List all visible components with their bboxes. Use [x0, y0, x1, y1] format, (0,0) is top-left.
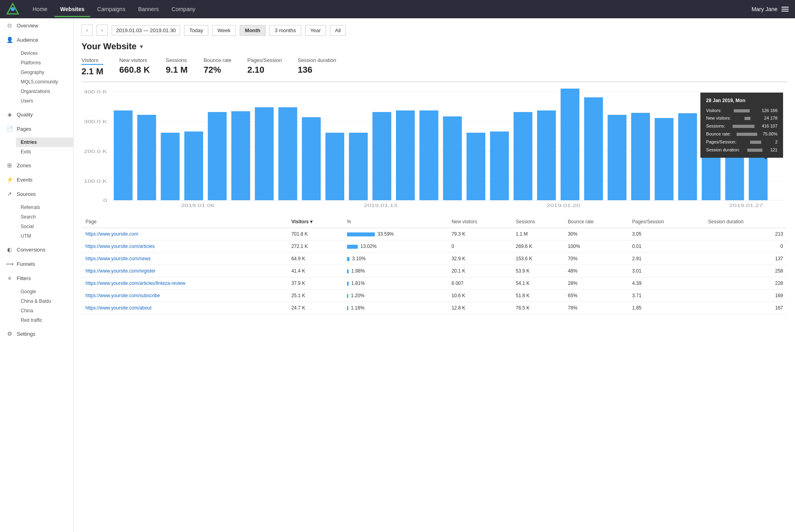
- metric-new-visitors-label: New visitors: [119, 57, 150, 63]
- svg-text:2019.01.20: 2019.01.20: [547, 203, 580, 208]
- metric-session-duration[interactable]: Session duration 136: [298, 57, 336, 77]
- sidebar-sub-search[interactable]: Search: [16, 212, 73, 222]
- sidebar-item-quality[interactable]: ◈ Quality: [0, 107, 73, 122]
- sidebar-sub-google[interactable]: Google: [16, 287, 73, 296]
- table-row[interactable]: https://www.yoursite.com/articles 272.1 …: [81, 240, 787, 253]
- metric-session-duration-label: Session duration: [298, 57, 336, 63]
- sidebar-sub-social[interactable]: Social: [16, 222, 73, 231]
- cell-pct: 1.18%: [343, 302, 448, 314]
- period-year-button[interactable]: Year: [305, 25, 326, 36]
- metric-new-visitors[interactable]: New visitors 660.8 K: [119, 57, 150, 77]
- tooltip-pages-label: Pages/Session:: [706, 138, 736, 146]
- sidebar-item-conversions[interactable]: ◐ Conversions: [0, 242, 73, 257]
- prev-date-button[interactable]: ‹: [81, 25, 93, 36]
- tooltip-row-duration: Session duration: 121: [706, 146, 778, 154]
- cell-sessions: 1.1 M: [512, 228, 564, 240]
- nav-campaigns[interactable]: Campaigns: [92, 1, 131, 17]
- sidebar-sub-utm[interactable]: UTM: [16, 231, 73, 241]
- metric-pages-session[interactable]: Pages/Session 2.10: [247, 57, 282, 77]
- user-area: Mary Jane: [752, 6, 789, 12]
- chart-tooltip: 28 Jan 2019, Mon Visitors: 126 166 New v…: [700, 93, 783, 158]
- table-row[interactable]: https://www.yoursite.com/articles/fintez…: [81, 277, 787, 290]
- sidebar-sub-geography[interactable]: Geography: [16, 68, 73, 77]
- sidebar-sub-entries[interactable]: Entries: [16, 137, 73, 147]
- col-bounce[interactable]: Bounce rate: [564, 216, 628, 228]
- svg-text:400.0 K: 400.0 K: [84, 90, 107, 95]
- svg-rect-26: [443, 116, 461, 200]
- col-pages-session[interactable]: Pages/Session: [628, 216, 704, 228]
- sidebar-sub-devices[interactable]: Devices: [16, 48, 73, 58]
- sidebar-item-pages[interactable]: 📄 Pages: [0, 122, 73, 136]
- table-row[interactable]: https://www.yoursite.com/subscribe 25.1 …: [81, 290, 787, 302]
- sidebar-label-audience: Audience: [17, 37, 38, 43]
- col-pct[interactable]: %: [343, 216, 448, 228]
- svg-rect-27: [467, 133, 485, 200]
- col-visitors[interactable]: Visitors ▾: [287, 216, 343, 228]
- sidebar-label-overview: Overview: [17, 23, 38, 29]
- svg-rect-34: [631, 113, 650, 200]
- cell-sessions: 76.5 K: [512, 302, 564, 314]
- period-all-button[interactable]: All: [330, 25, 346, 36]
- sidebar-item-settings[interactable]: ⚙ Settings: [0, 327, 73, 341]
- cell-pages-session: 1.85: [628, 302, 704, 314]
- funnels-icon: ⟿: [6, 261, 13, 267]
- sidebar-sub-china[interactable]: China: [16, 306, 73, 315]
- sidebar-item-zones[interactable]: ⊞ Zones: [0, 158, 73, 172]
- table-row[interactable]: https://www.yoursite.com/news 64.9 K 3.1…: [81, 253, 787, 265]
- tooltip-new-visitors-label: New visitors:: [706, 114, 731, 122]
- website-title[interactable]: Your Website ▾: [81, 41, 787, 52]
- col-sessions[interactable]: Sessions: [512, 216, 564, 228]
- metric-visitors[interactable]: Visitors 2.1 M: [81, 57, 103, 77]
- period-week-button[interactable]: Week: [212, 25, 236, 36]
- sidebar-item-events[interactable]: ⚡ Events: [0, 172, 73, 187]
- sidebar-label-pages: Pages: [17, 126, 31, 132]
- svg-rect-29: [514, 112, 532, 200]
- cell-pct: 13.02%: [343, 240, 448, 253]
- sidebar-sub-exits[interactable]: Exits: [16, 147, 73, 157]
- cell-page: https://www.yoursite.com: [81, 228, 287, 240]
- period-month-button[interactable]: Month: [240, 25, 266, 36]
- metrics-bar: Visitors 2.1 M New visitors 660.8 K Sess…: [81, 57, 787, 82]
- sidebar-item-sources[interactable]: ↗ Sources: [0, 187, 73, 201]
- period-3months-button[interactable]: 3 months: [270, 25, 301, 36]
- sidebar-sub-platforms[interactable]: Platforms: [16, 58, 73, 68]
- sidebar-item-overview[interactable]: ⊙ Overview: [0, 18, 73, 33]
- period-today-button[interactable]: Today: [184, 25, 208, 36]
- svg-text:300.0 K: 300.0 K: [84, 120, 107, 124]
- metric-sessions-value: 9.1 M: [166, 65, 188, 75]
- nav-websites[interactable]: Websites: [54, 1, 90, 17]
- cell-bounce: 78%: [564, 302, 628, 314]
- col-page[interactable]: Page: [81, 216, 287, 228]
- nav-banners[interactable]: Banners: [132, 1, 164, 17]
- metric-visitors-value: 2.1 M: [81, 66, 103, 77]
- sidebar-sub-users[interactable]: Users: [16, 96, 73, 106]
- metric-sessions[interactable]: Sessions 9.1 M: [166, 57, 188, 77]
- cell-pages-session: 2.91: [628, 253, 704, 265]
- sidebar-sub-referrals[interactable]: Referrals: [16, 203, 73, 212]
- logo-icon[interactable]: [6, 3, 19, 15]
- cell-pct: 1.20%: [343, 290, 448, 302]
- svg-rect-13: [137, 115, 156, 200]
- next-date-button[interactable]: ›: [97, 25, 108, 36]
- cell-sessions: 54.1 K: [512, 277, 564, 290]
- hamburger-menu-icon[interactable]: [781, 7, 789, 12]
- col-new-visitors[interactable]: New visitors: [448, 216, 512, 228]
- table-row[interactable]: https://www.yoursite.com/register 41.4 K…: [81, 265, 787, 277]
- sidebar-sub-china-baidu[interactable]: China & Baidu: [16, 296, 73, 306]
- sidebar-sub-red-traffic[interactable]: Red traffic: [16, 315, 73, 325]
- table-row[interactable]: https://www.yoursite.com/about 24.7 K 1.…: [81, 302, 787, 314]
- nav-home[interactable]: Home: [27, 1, 53, 17]
- nav-company[interactable]: Company: [166, 1, 201, 17]
- table-row[interactable]: https://www.yoursite.com 701.8 K 33.59% …: [81, 228, 787, 240]
- overview-icon: ⊙: [6, 22, 13, 29]
- sidebar-item-filters[interactable]: ≡ Filters: [0, 271, 73, 285]
- cell-pages-session: 3.71: [628, 290, 704, 302]
- sidebar-sub-mql5[interactable]: MQL5.community: [16, 77, 73, 87]
- sidebar-item-funnels[interactable]: ⟿ Funnels: [0, 257, 73, 271]
- sidebar-item-audience[interactable]: 👤 Audience: [0, 33, 73, 47]
- col-session-duration[interactable]: Session duration: [704, 216, 787, 228]
- sidebar-sub-organizations[interactable]: Organizations: [16, 87, 73, 96]
- svg-rect-16: [208, 112, 227, 200]
- tooltip-row-new-visitors: New visitors: 24 178: [706, 114, 778, 122]
- metric-bounce[interactable]: Bounce rate 72%: [204, 57, 231, 77]
